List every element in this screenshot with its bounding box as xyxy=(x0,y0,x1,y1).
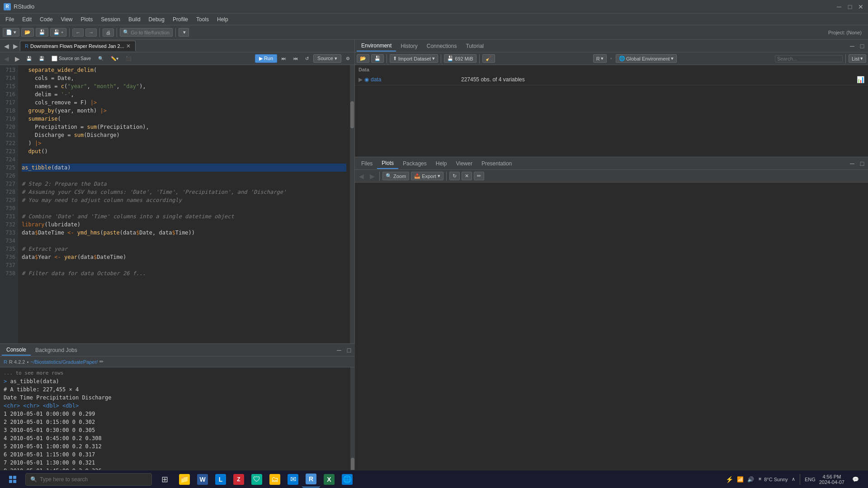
tab-history[interactable]: History xyxy=(396,41,422,51)
find-button[interactable]: 🔍 xyxy=(95,55,106,62)
plots-back-button[interactable]: ◀ xyxy=(357,172,366,181)
clock-widget[interactable]: 4:56 PM 2024-04-07 xyxy=(819,474,844,485)
load-workspace-button[interactable]: 📂 xyxy=(357,54,369,63)
maximize-button[interactable]: □ xyxy=(846,3,854,10)
editor-v-scrollbar-thumb[interactable] xyxy=(350,101,354,128)
taskbar-search[interactable]: 🔍 xyxy=(25,473,152,486)
env-minimize-button[interactable]: ─ xyxy=(848,42,856,50)
edit-plot-button[interactable]: ✏ xyxy=(474,172,484,180)
language-indicator[interactable]: ENG xyxy=(805,477,816,482)
tab-connections[interactable]: Connections xyxy=(422,41,462,51)
save-all-docs-button[interactable]: 💾 xyxy=(36,55,47,62)
menu-build[interactable]: Build xyxy=(125,15,144,23)
tab-presentation[interactable]: Presentation xyxy=(477,159,516,169)
env-search-input[interactable] xyxy=(775,55,843,62)
editor-nav-back[interactable]: ◀ xyxy=(2,42,11,51)
taskbar-explorer[interactable]: 📁 xyxy=(175,471,193,488)
forward-button[interactable]: → xyxy=(85,28,97,37)
tab-plots[interactable]: Plots xyxy=(377,158,398,169)
tab-packages[interactable]: Packages xyxy=(398,159,431,169)
start-button[interactable] xyxy=(2,471,24,488)
console-content[interactable]: ... to see more rows > as_tibble(data) #… xyxy=(0,367,355,470)
save-all-button[interactable]: 💾 + xyxy=(50,28,66,37)
tab-environment[interactable]: Environment xyxy=(357,41,396,52)
tab-files[interactable]: Files xyxy=(357,159,377,169)
go-to-file-button[interactable]: 🔍 Go to file/function xyxy=(120,28,173,37)
taskbar-word[interactable]: W xyxy=(193,471,212,488)
tray-sound[interactable]: 🔊 xyxy=(747,476,754,483)
source-dropdown-button[interactable]: Source ▾ xyxy=(313,54,341,63)
menu-code[interactable]: Code xyxy=(36,15,57,23)
close-button[interactable]: ✕ xyxy=(857,3,864,10)
menu-file[interactable]: File xyxy=(2,15,18,23)
minimize-button[interactable]: ─ xyxy=(835,3,843,10)
compile-button[interactable]: ⬛ xyxy=(123,55,134,62)
taskbar-rstudio-active[interactable]: R xyxy=(302,471,320,488)
taskbar-edge[interactable]: 🌐 xyxy=(338,471,356,488)
tab-background-jobs[interactable]: Background Jobs xyxy=(31,345,82,355)
code-nav-back[interactable]: ◀ xyxy=(2,54,11,63)
global-env-button[interactable]: 🌐 Global Environment ▾ xyxy=(616,54,677,63)
taskbar-zotero[interactable]: Z xyxy=(230,471,248,488)
open-file-button[interactable]: 📂 xyxy=(21,28,34,37)
menu-plots[interactable]: Plots xyxy=(77,15,97,23)
editor-settings-button[interactable]: ⚙ xyxy=(343,55,353,62)
console-minimize-button[interactable]: ─ xyxy=(335,346,343,354)
tab-tutorial[interactable]: Tutorial xyxy=(461,41,488,51)
clear-plot-button[interactable]: ✕ xyxy=(462,172,472,180)
menu-debug[interactable]: Debug xyxy=(145,15,168,23)
console-v-scrollbar[interactable] xyxy=(350,367,355,470)
taskbar-security[interactable]: 🛡 xyxy=(248,471,266,488)
run-button[interactable]: ▶ Run xyxy=(255,54,277,63)
console-v-scrollbar-thumb[interactable] xyxy=(351,458,354,470)
taskbar-app-l[interactable]: L xyxy=(212,471,230,488)
export-button[interactable]: 📤 Export ▾ xyxy=(411,172,443,180)
zoom-button[interactable]: 🔍 Zoom xyxy=(382,172,409,180)
clear-console-button[interactable]: 🧹 xyxy=(482,54,495,63)
save-doc-button[interactable]: 💾 xyxy=(24,55,34,62)
source-on-save-checkbox[interactable]: Source on Save xyxy=(49,54,94,63)
console-maximize-button[interactable]: □ xyxy=(345,346,353,354)
source-on-save-input[interactable] xyxy=(52,56,57,61)
save-workspace-button[interactable]: 💾 xyxy=(371,54,384,63)
refresh-plot-button[interactable]: ↻ xyxy=(449,172,460,180)
code-nav-forward[interactable]: ▶ xyxy=(13,54,22,63)
run-next-button[interactable]: ⏭ xyxy=(279,55,289,62)
menu-tools[interactable]: Tools xyxy=(193,15,212,23)
new-file-button[interactable]: 📄 ▾ xyxy=(3,28,19,37)
menu-edit[interactable]: Edit xyxy=(19,15,35,23)
files-maximize-button[interactable]: □ xyxy=(858,160,866,168)
path-edit-icon[interactable]: ✏ xyxy=(99,359,104,365)
plots-forward-button[interactable]: ▶ xyxy=(368,172,377,181)
files-minimize-button[interactable]: ─ xyxy=(848,160,856,168)
task-view-button[interactable]: ⊞ xyxy=(156,471,174,488)
taskbar-excel[interactable]: X xyxy=(320,471,338,488)
list-view-button[interactable]: List ▾ xyxy=(849,54,866,63)
addins-button[interactable]: ▾ xyxy=(179,28,189,37)
tray-network[interactable]: 📶 xyxy=(737,476,744,483)
data-view-icon[interactable]: 📊 xyxy=(856,75,864,84)
code-tools-button[interactable]: ✏️▾ xyxy=(108,55,121,62)
back-button[interactable]: ← xyxy=(72,28,84,37)
menu-help[interactable]: Help xyxy=(213,15,232,23)
taskbar-files[interactable]: 🗂 xyxy=(266,471,284,488)
tab-help[interactable]: Help xyxy=(431,159,452,169)
rerun-button[interactable]: ↺ xyxy=(302,55,311,62)
menu-session[interactable]: Session xyxy=(97,15,124,23)
taskbar-search-input[interactable] xyxy=(40,476,147,483)
notification-button[interactable]: 💬 xyxy=(848,472,863,487)
new-file-dropdown[interactable]: ▾ xyxy=(14,29,16,35)
env-maximize-button[interactable]: □ xyxy=(858,42,866,50)
tab-viewer[interactable]: Viewer xyxy=(451,159,476,169)
r-version-button[interactable]: R ▾ xyxy=(593,54,607,63)
env-data-row[interactable]: ▶ ◉ data 227455 obs. of 4 variables 📊 xyxy=(355,74,868,85)
editor-nav-forward[interactable]: ▶ xyxy=(11,42,20,51)
editor-tab-main[interactable]: R Downstream Flows Paper Revised Jan 2..… xyxy=(20,41,136,51)
tab-console[interactable]: Console xyxy=(2,345,31,356)
expand-icon[interactable]: ▶ xyxy=(359,76,363,83)
menu-view[interactable]: View xyxy=(57,15,76,23)
menu-profile[interactable]: Profile xyxy=(169,15,192,23)
tray-expand[interactable]: ∧ xyxy=(792,476,795,482)
weather-widget[interactable]: ☀ 8°C Sunny xyxy=(758,476,788,482)
run-prev-button[interactable]: ⏮ xyxy=(291,55,301,62)
